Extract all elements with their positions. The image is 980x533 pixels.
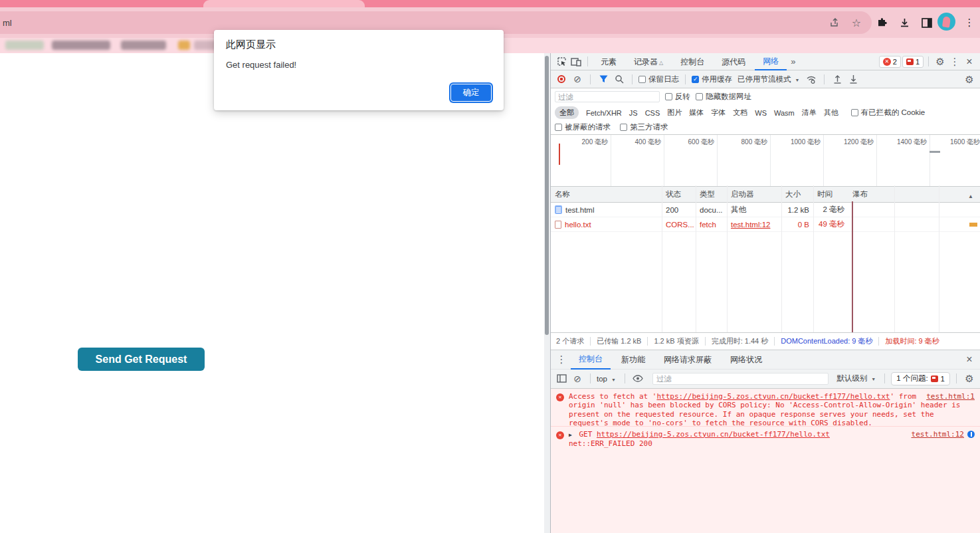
preserve-log-checkbox[interactable]: 保留日志 — [638, 74, 679, 84]
error-icon: ✕ — [883, 58, 891, 66]
import-har-icon[interactable] — [831, 72, 844, 86]
drawer-tab-network-blocking[interactable]: 网络请求屏蔽 — [656, 350, 720, 369]
request-row-test-html[interactable]: test.html 200 docu... 其他 1.2 kB 2 毫秒 — [551, 203, 980, 217]
issue-info-icon[interactable] — [967, 431, 975, 438]
filter-pill-css[interactable]: CSS — [645, 109, 660, 117]
bookmark-folder-icon[interactable] — [178, 41, 190, 50]
filter-pill-ws[interactable]: WS — [755, 109, 767, 117]
filter-pill-font[interactable]: 字体 — [711, 108, 726, 118]
bookmark-star-icon[interactable]: ☆ — [848, 15, 864, 31]
bookmark-item[interactable] — [121, 41, 166, 50]
filter-funnel-icon[interactable] — [597, 72, 610, 86]
tab-network[interactable]: 网络 — [755, 53, 787, 70]
hide-data-urls-checkbox[interactable]: 隐藏数据网址 — [696, 92, 751, 102]
tab-recorder[interactable]: 记录器△ — [626, 53, 671, 70]
filter-pill-manifest[interactable]: 清单 — [802, 108, 817, 118]
timeline-tick: 400 毫秒 — [615, 138, 661, 147]
console-sidebar-icon[interactable] — [555, 372, 568, 385]
tab-sources[interactable]: 源代码 — [714, 53, 753, 70]
filter-pill-media[interactable]: 媒体 — [689, 108, 704, 118]
avatar[interactable] — [937, 13, 955, 31]
network-conditions-icon[interactable] — [805, 72, 818, 86]
network-filter-input[interactable] — [555, 91, 660, 102]
net-error-text: net::ERR_FAILED 200 — [569, 439, 652, 448]
column-time[interactable]: 时间 — [813, 189, 848, 199]
expand-triangle-icon[interactable]: ▶ — [569, 432, 572, 438]
third-party-requests-checkbox[interactable]: 第三方请求 — [620, 122, 668, 132]
blocked-requests-checkbox[interactable]: 被屏蔽的请求 — [555, 122, 611, 132]
invert-filter-checkbox[interactable]: 反转 — [665, 92, 690, 102]
filter-pill-img[interactable]: 图片 — [667, 108, 682, 118]
live-expression-eye-icon[interactable] — [631, 372, 644, 385]
device-toolbar-icon[interactable] — [569, 55, 583, 68]
send-get-request-button[interactable]: Send Get Request — [78, 348, 205, 371]
filter-pill-fetch-xhr[interactable]: Fetch/XHR — [586, 109, 622, 117]
devtools-close-icon[interactable]: × — [963, 55, 976, 68]
dialog-ok-button[interactable]: 确定 — [450, 84, 492, 102]
column-name[interactable]: 名称 — [551, 189, 662, 199]
column-type[interactable]: 类型 — [696, 189, 727, 199]
source-link-wrap[interactable]: test.html:12 — [912, 430, 975, 439]
bookmark-item[interactable] — [5, 41, 44, 50]
filter-pill-other[interactable]: 其他 — [824, 108, 838, 118]
record-network-log-icon[interactable] — [555, 72, 568, 86]
extensions-icon[interactable] — [874, 15, 890, 31]
drawer-tab-whats-new[interactable]: 新功能 — [613, 350, 653, 369]
page-scrollbar-thumb[interactable] — [545, 56, 549, 335]
more-tabs-icon[interactable]: » — [788, 56, 798, 66]
network-overview-timeline[interactable]: 200 毫秒 400 毫秒 600 毫秒 800 毫秒 1000 毫秒 1200… — [551, 135, 980, 187]
clear-console-icon[interactable]: ⊘ — [571, 372, 584, 385]
error-badge[interactable]: ✕2 — [879, 56, 901, 68]
side-panel-icon[interactable] — [919, 15, 935, 31]
inspect-element-icon[interactable] — [555, 55, 568, 68]
bookmark-item[interactable] — [52, 41, 110, 50]
drawer-tab-network-conditions[interactable]: 网络状况 — [722, 350, 770, 369]
clear-network-log-icon[interactable]: ⊘ — [571, 72, 584, 86]
blocked-cookies-checkbox[interactable]: 有已拦截的 Cookie — [851, 108, 926, 118]
screen: ml ☆ ⋮ Send Get Request — [0, 0, 980, 533]
context-selector[interactable]: top▼ — [597, 375, 619, 383]
download-icon[interactable] — [896, 15, 912, 31]
column-waterfall[interactable]: 瀑布▲ — [848, 189, 980, 199]
issues-badge[interactable]: 1 — [902, 56, 924, 68]
drawer-close-icon[interactable]: × — [963, 353, 976, 366]
filter-pill-wasm[interactable]: Wasm — [774, 109, 795, 117]
browser-tab[interactable] — [203, 0, 365, 7]
network-settings-gear-icon[interactable]: ⚙ — [963, 72, 976, 86]
network-table-empty-area — [551, 232, 980, 332]
search-icon[interactable] — [613, 72, 626, 86]
page-scrollbar[interactable] — [544, 53, 550, 533]
devtools-menu-icon[interactable]: ⋮ — [948, 55, 961, 68]
filter-pill-js[interactable]: JS — [629, 109, 638, 117]
drawer-tab-console[interactable]: 控制台 — [571, 349, 611, 370]
load-event-line — [852, 201, 853, 332]
column-initiator[interactable]: 启动器 — [727, 189, 781, 199]
console-toolbar: ⊘ top▼ 默认级别▼ 1 个问题: 1 ⚙ — [551, 370, 980, 389]
request-type-filters: 全部 Fetch/XHR JS CSS 图片 媒体 字体 文档 WS Wasm … — [551, 105, 980, 120]
request-url-link[interactable]: https://beijing-5.zos.ctyun.cn/bucket-ff… — [656, 392, 890, 401]
column-size[interactable]: 大小 — [781, 189, 813, 199]
console-error-get-failed[interactable]: ✕ test.html:12 ▶ GET https://beijing-5.z… — [551, 427, 980, 533]
share-icon[interactable] — [827, 15, 842, 31]
disable-cache-checkbox[interactable]: 停用缓存 — [692, 74, 732, 84]
console-settings-gear-icon[interactable]: ⚙ — [963, 372, 976, 385]
column-status[interactable]: 状态 — [662, 189, 696, 199]
export-har-icon[interactable] — [846, 72, 860, 86]
network-summary-bar: 2 个请求 已传输 1.2 kB 1.2 kB 项资源 完成用时: 1.44 秒… — [551, 332, 980, 350]
issues-link[interactable]: 1 个问题: 1 — [891, 372, 950, 385]
settings-gear-icon[interactable]: ⚙ — [933, 55, 947, 68]
request-url-link[interactable]: https://beijing-5.zos.ctyun.cn/bucket-ff… — [597, 430, 830, 439]
tab-elements[interactable]: 元素 — [593, 53, 625, 70]
source-link[interactable]: test.html:1 — [926, 392, 975, 401]
tab-console[interactable]: 控制台 — [672, 53, 712, 70]
console-filter-input[interactable] — [652, 373, 829, 385]
throttling-select[interactable]: 已停用节流模式▼ — [737, 74, 802, 84]
drawer-menu-icon[interactable]: ⋮ — [555, 353, 568, 366]
log-level-select[interactable]: 默认级别▼ — [836, 373, 878, 383]
browser-menu-icon[interactable]: ⋮ — [961, 15, 977, 31]
filter-pill-doc[interactable]: 文档 — [733, 108, 747, 118]
request-row-hello-txt[interactable]: hello.txt CORS... fetch test.html:12 0 B… — [551, 217, 980, 232]
initiator-link[interactable]: test.html:12 — [731, 221, 770, 229]
console-error-cors[interactable]: ✕ test.html:1 Access to fetch at 'https:… — [551, 389, 980, 427]
filter-pill-all[interactable]: 全部 — [555, 106, 579, 119]
